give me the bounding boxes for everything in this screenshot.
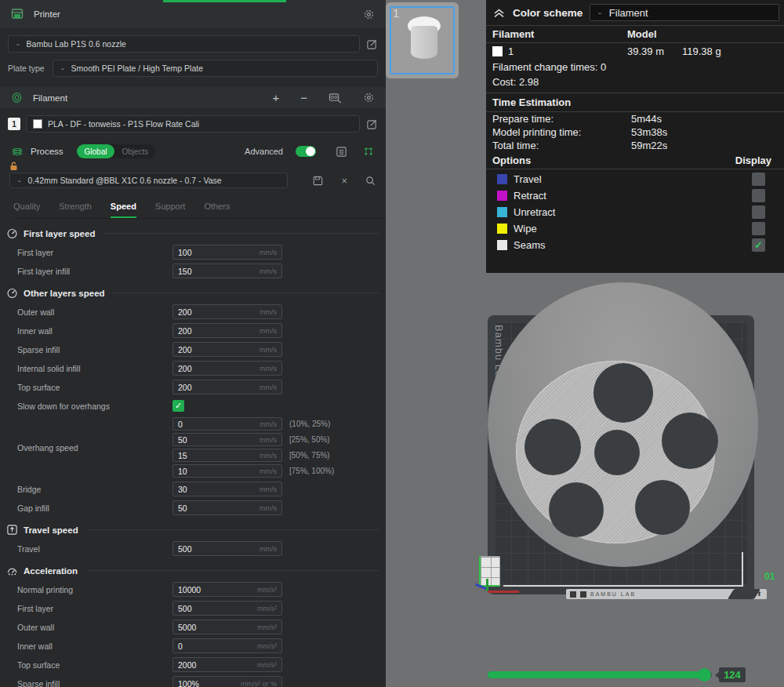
process-preset-select[interactable]: ⌄ 0.42mm Standard @BBL X1C 0.6 nozzle - … [9,173,288,188]
plate-type-select[interactable]: ⌄ Smooth PEI Plate / High Temp Plate [53,60,378,77]
setting-label: Inner wall [17,326,172,336]
display-checkbox[interactable]: ✓ [752,238,765,252]
layer-slider[interactable]: 124 [488,667,746,682]
ams-sync-icon[interactable] [328,92,342,104]
layer-slider-track[interactable] [488,671,712,678]
edit-filament-icon[interactable] [366,118,378,130]
setting-input[interactable]: 0mm/s [172,417,282,431]
setting-label: Top surface [17,660,172,670]
setting-row: Outer wall5000mm/s² [17,620,386,634]
setting-input[interactable]: 200mm/s [172,323,282,338]
time-row: Prepare time:5m44s [486,112,784,125]
time-value: 59m22s [631,140,667,151]
printer-model-value: Bambu Lab P1S 0.6 nozzle [27,39,126,49]
setting-input[interactable]: 5000mm/s² [172,620,282,634]
setting-unit: mm/s [260,383,277,391]
setting-input[interactable]: 30mm/s [172,482,282,496]
filament-settings-gear-icon[interactable] [363,92,375,104]
setting-input[interactable]: 10000mm/s² [172,582,282,597]
process-preset-value: 0.42mm Standard @BBL X1C 0.6 nozzle - 0.… [28,176,222,185]
setting-input[interactable]: 50mm/s [172,500,282,515]
qr-code-icon [570,591,576,598]
plate-thumbnail[interactable]: 1 [386,2,459,78]
setting-unit: mm/s² [257,642,277,650]
printer-section-header: Printer [0,0,386,28]
tab-speed[interactable]: Speed [111,202,136,218]
advanced-toggle[interactable] [296,146,316,157]
vase-bottom-hole [662,413,718,469]
tab-support[interactable]: Support [155,202,186,218]
setting-unit: mm/s² [257,605,277,612]
setting-input[interactable]: 100mm/s [172,245,282,260]
chevron-down-icon: ⌄ [597,9,603,16]
setting-input[interactable]: 50mm/s [172,433,282,446]
setting-input[interactable]: 500mm/s [172,541,282,556]
display-checkbox[interactable] [752,173,765,186]
setting-input[interactable]: 100%mm/s² or % [172,676,282,687]
remove-filament-button[interactable]: − [300,92,307,104]
setting-input[interactable]: 500mm/s² [172,601,282,616]
setting-input[interactable]: 150mm/s [172,264,282,278]
setting-input[interactable]: 15mm/s [172,449,282,462]
process-layers-icon [11,146,24,158]
setting-unit: mm/s² [257,661,277,669]
display-checkbox[interactable] [752,189,765,202]
setting-label: Outer wall [17,307,172,317]
tab-quality[interactable]: Quality [13,202,40,218]
setting-row: First layer100mm/s [17,245,386,260]
settings-group-header: Travel speed [6,524,379,536]
setting-row: Normal printing10000mm/s² [17,582,386,597]
display-label: Display [735,154,771,166]
tab-others[interactable]: Others [204,202,230,218]
delete-preset-icon[interactable]: × [341,175,347,187]
collapse-panel-icon[interactable] [492,7,506,19]
setting-input[interactable]: 200mm/s [172,342,282,357]
options-header: Options Display [486,152,784,169]
settings-group-header: Acceleration [6,565,379,576]
filament-name: PLA - DF - tonweiss - P1S Flow Rate Cali [48,119,199,129]
scope-global[interactable]: Global [77,144,115,158]
time-estimation-rows: Prepare time:5m44sModel printing time:53… [486,112,784,152]
gauge-icon [6,227,18,239]
setting-label: Inner wall [17,642,172,651]
divider [114,293,379,293]
edit-printer-icon[interactable] [366,38,378,50]
setting-input[interactable]: 200mm/s [172,361,282,376]
thumbnail-plate-number: 1 [393,6,399,20]
tab-strength[interactable]: Strength [59,202,92,218]
save-preset-icon[interactable] [312,175,324,187]
legend-label: Seams [514,239,545,251]
setting-value: 50 [178,435,187,445]
process-tabs: Quality Strength Speed Support Others [13,202,386,219]
setting-input[interactable]: 200mm/s [172,380,282,394]
setting-checkbox[interactable]: ✓ [172,400,184,412]
search-icon[interactable] [365,175,376,187]
display-checkbox[interactable] [752,222,765,235]
settings-group-title: Acceleration [24,566,78,576]
objects-tree-icon[interactable] [363,146,375,158]
process-scope-toggle[interactable]: Global Objects [77,144,156,158]
chevron-down-icon: ⌄ [16,177,23,184]
vase-bottom-hole [594,430,640,475]
setting-row: Travel500mm/s [17,541,386,556]
setting-input[interactable]: 0mm/s² [172,638,282,653]
printer-model-select[interactable]: ⌄ Bambu Lab P1S 0.6 nozzle [8,35,360,53]
scope-objects[interactable]: Objects [114,147,155,156]
color-scheme-select[interactable]: ⌄ Filament [590,4,779,21]
legend-row: Seams✓ [486,237,784,253]
filament-select[interactable]: PLA - DF - tonweiss - P1S Flow Rate Cali [26,115,360,133]
slice-result-panel: Color scheme ⌄ Filament Filament Model 1… [486,0,784,273]
setting-input[interactable]: 200mm/s [172,304,282,319]
filament-section-title: Filament [33,93,67,103]
plate-type-value: Smooth PEI Plate / High Temp Plate [71,64,203,73]
layer-slider-handle[interactable] [698,668,711,682]
setting-label: Bridge [17,485,172,494]
setting-value: 150 [178,267,192,276]
setting-input[interactable]: 10mm/s [172,464,282,478]
parameter-list-icon[interactable] [336,146,347,158]
setting-input[interactable]: 2000mm/s² [172,657,282,672]
printer-settings-gear-icon[interactable] [363,9,375,20]
display-checkbox[interactable] [752,205,765,219]
add-filament-button[interactable]: + [272,92,279,104]
setting-sub-row: 0mm/s(10%, 25%) [172,417,334,431]
